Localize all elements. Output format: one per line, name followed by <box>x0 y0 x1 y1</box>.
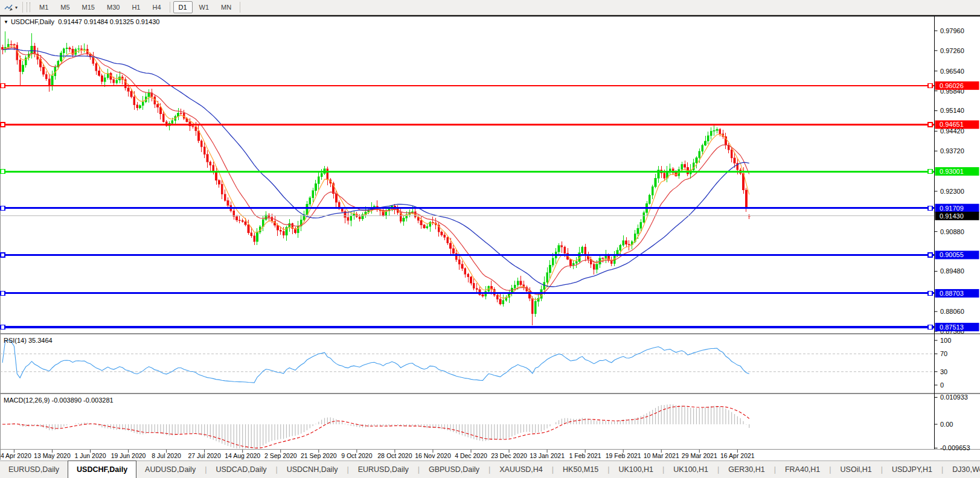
chart-tab-ger30-h1[interactable]: GER30,H1 <box>720 461 773 478</box>
rsi-axis-label: 100 <box>940 337 951 344</box>
hline-handle[interactable] <box>1 291 5 295</box>
date-axis-label: 19 Jun 2020 <box>111 452 146 459</box>
price-axis-label: 0.88060 <box>940 308 964 315</box>
macd-signal-line <box>2 406 749 448</box>
date-axis-label: 8 Jul 2020 <box>152 452 181 459</box>
rsi-axis-label: 30 <box>940 368 947 375</box>
timeframe-button-m5[interactable]: M5 <box>55 1 75 13</box>
hline-handle[interactable] <box>1 253 5 257</box>
pointer-tool-group: ▾ <box>0 0 20 14</box>
chart-tab-fra40-h1[interactable]: FRA40,H1 <box>777 461 828 478</box>
price-axis-label: 0.97960 <box>940 27 964 34</box>
price-badge-0.91709: 0.91709 <box>940 205 964 212</box>
hline-handle[interactable] <box>928 83 932 88</box>
price-badge-0.88703: 0.88703 <box>940 290 964 297</box>
chart-tab-eurusd-daily[interactable]: EURUSD,Daily <box>350 461 417 478</box>
chart-title-triangle-icon[interactable]: ▼ <box>4 19 8 25</box>
timeframe-button-m15[interactable]: M15 <box>77 1 100 13</box>
chart-title: ▼USDCHF,Daily 0.91447 0.91484 0.91325 0.… <box>4 18 159 25</box>
chart-ohlc-readout: 0.91447 0.91484 0.91325 0.91430 <box>58 18 159 25</box>
toolbar-separator <box>170 2 170 13</box>
chart-tab-uk100-h1[interactable]: UK100,H1 <box>665 461 717 478</box>
chart-pointer-icon[interactable] <box>2 2 14 13</box>
date-axis-label: 1 Jun 2020 <box>75 452 106 459</box>
date-axis-label: 19 Feb 2021 <box>606 452 641 459</box>
hline-handle[interactable] <box>928 253 932 257</box>
macd-axis-label: 0.00 <box>940 421 953 428</box>
chart-tab-usdjpy-h1[interactable]: USDJPY,H1 <box>883 461 941 478</box>
chart-tab-usoil-h1[interactable]: USOil,H1 <box>832 461 880 478</box>
timeframe-button-mn[interactable]: MN <box>216 1 237 13</box>
price-axis-label: 0.89480 <box>940 267 964 275</box>
chart-tab-gbpusd-daily[interactable]: GBPUSD,Daily <box>420 461 488 478</box>
date-axis-label: 23 Dec 2020 <box>491 452 527 459</box>
hline-handle[interactable] <box>1 123 5 127</box>
timeframe-button-h1[interactable]: H1 <box>126 1 146 13</box>
date-axis-label: 27 Jul 2020 <box>188 452 221 459</box>
price-badge-0.93001: 0.93001 <box>940 168 964 175</box>
price-badge-0.94651: 0.94651 <box>940 121 964 128</box>
chart-tab-audusd-daily[interactable]: AUDUSD,Daily <box>136 461 204 478</box>
hline-handle[interactable] <box>1 83 5 88</box>
rsi-indicator-label: RSI(14) 35.3464 <box>4 337 53 344</box>
price-axis-label: 0.97260 <box>940 47 964 54</box>
chart-tab-uk100-h1[interactable]: UK100,H1 <box>610 461 662 478</box>
date-axis-label: 29 Mar 2021 <box>682 452 717 459</box>
chart-tab-usdcnh-daily[interactable]: USDCNH,Daily <box>278 461 347 478</box>
macd-pane <box>2 404 749 448</box>
hline-handle[interactable] <box>928 170 932 174</box>
ma-fast-line <box>2 46 749 300</box>
current-price-badge: 0.91430 <box>940 212 964 220</box>
toolbar-separator <box>240 2 240 13</box>
date-axis-label: 9 Oct 2020 <box>341 452 373 459</box>
chart-tab-usdchf-daily[interactable]: USDCHF,Daily <box>68 460 136 478</box>
price-badge-0.87513: 0.87513 <box>940 323 964 331</box>
date-axis-label: 2 Sep 2020 <box>264 452 297 459</box>
chart-tab-dj30-weekly[interactable]: DJ30,Weekly <box>944 461 980 478</box>
rsi-line <box>2 340 749 383</box>
price-axis-label: 0.92300 <box>940 188 964 195</box>
price-axis: 0.979600.972600.965400.958400.951400.944… <box>935 27 979 335</box>
hline-handle[interactable] <box>928 325 932 329</box>
toolbar-grip[interactable] <box>27 2 30 12</box>
chart-window: 0.979600.972600.965400.958400.951400.944… <box>0 15 980 460</box>
date-axis-label: 24 Apr 2020 <box>0 452 31 459</box>
price-axis-label: 0.90880 <box>940 228 964 235</box>
price-axis-label: 0.96540 <box>940 68 964 75</box>
hline-handle[interactable] <box>928 291 932 295</box>
macd-axis-label: 0.010933 <box>940 394 968 401</box>
date-axis-label: 4 Dec 2020 <box>455 452 487 459</box>
price-badge-0.96026: 0.96026 <box>940 82 964 89</box>
price-axis-label: 0.95140 <box>940 107 964 114</box>
timeframe-button-d1[interactable]: D1 <box>173 1 193 13</box>
hline-handle[interactable] <box>928 206 932 210</box>
chart-tab-bar: EURUSD,DailyUSDCHF,DailyAUDUSD,Daily|USD… <box>0 460 980 478</box>
chart-tab-hk50-m15[interactable]: HK50,M15 <box>554 461 607 478</box>
date-axis-label: 14 Aug 2020 <box>225 452 260 459</box>
date-axis-label: 13 May 2020 <box>34 452 71 459</box>
date-axis-label: 1 Feb 2021 <box>569 452 601 459</box>
rsi-axis-label: 70 <box>940 350 947 357</box>
date-axis-label: 21 Sep 2020 <box>301 452 337 459</box>
rsi-pane: 10070300 <box>0 337 951 389</box>
horizontal-lines-layer[interactable] <box>0 83 934 329</box>
hline-handle[interactable] <box>1 206 5 210</box>
timeframe-button-h4[interactable]: H4 <box>147 1 166 13</box>
hline-handle[interactable] <box>1 170 5 174</box>
date-axis-label: 10 Mar 2021 <box>644 452 679 459</box>
hline-handle[interactable] <box>1 325 5 329</box>
timeframe-button-w1[interactable]: W1 <box>194 1 215 13</box>
timeframe-button-m1[interactable]: M1 <box>34 1 54 13</box>
timeframe-buttons: M1M5M15M30H1H4D1W1MN <box>33 0 243 14</box>
timeframe-button-m30[interactable]: M30 <box>101 1 125 13</box>
chart-tab-xauusd-h4[interactable]: XAUUSD,H4 <box>491 461 551 478</box>
pointer-dropdown-caret-icon[interactable]: ▾ <box>15 5 18 10</box>
macd-axis: 0.0109330.00-0.009653 <box>935 394 970 451</box>
candles-layer <box>1 31 750 325</box>
moving-averages-layer <box>2 46 749 300</box>
chart-canvas[interactable]: 0.979600.972600.965400.958400.951400.944… <box>0 15 980 478</box>
chart-tab-eurusd-daily[interactable]: EURUSD,Daily <box>0 461 68 478</box>
chart-tab-usdcad-daily[interactable]: USDCAD,Daily <box>207 461 275 478</box>
date-axis-label: 13 Jan 2021 <box>530 452 565 459</box>
hline-handle[interactable] <box>928 123 932 127</box>
